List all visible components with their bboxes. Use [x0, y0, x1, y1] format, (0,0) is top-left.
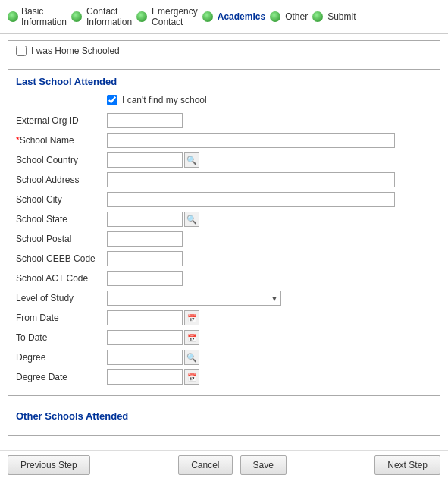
field-degree-date: Degree Date 📅 [16, 369, 432, 385]
label-school-address: School Address [16, 174, 107, 185]
center-buttons: Cancel Save [178, 455, 287, 475]
nav-label-basic: BasicInformation [21, 6, 67, 27]
field-school-postal: School Postal [16, 231, 432, 247]
label-school-state: School State [16, 214, 107, 225]
field-school-address: School Address [16, 172, 432, 187]
input-school-act[interactable] [107, 271, 183, 286]
nav-dot-sep3 [202, 11, 213, 22]
next-step-button[interactable]: Next Step [374, 455, 440, 475]
field-from-date: From Date 📅 [16, 310, 432, 325]
school-country-search-button[interactable]: 🔍 [184, 152, 199, 168]
input-school-address[interactable] [107, 172, 395, 187]
search-icon-degree: 🔍 [186, 353, 197, 363]
label-school-postal: School Postal [16, 234, 107, 244]
field-level-study: Level of Study ▼ [16, 291, 432, 306]
bottom-bar: Previous Step Cancel Save Next Step [0, 450, 448, 479]
nav-contact[interactable]: ContactInformation [86, 6, 132, 27]
input-school-state[interactable] [107, 212, 183, 227]
input-school-name[interactable] [107, 133, 395, 148]
other-schools-title: Other Schools Attended [16, 410, 432, 422]
nav-basic[interactable]: BasicInformation [8, 6, 67, 27]
main-content: I was Home Schooled Last School Attended… [0, 34, 448, 450]
label-degree: Degree [16, 352, 107, 363]
degree-search-button[interactable]: 🔍 [184, 350, 199, 365]
to-date-wrapper: 📅 [107, 330, 199, 345]
field-ext-org-id: External Org ID [16, 113, 432, 128]
other-schools-section: Other Schools Attended [8, 404, 440, 436]
label-school-city: School City [16, 194, 107, 205]
search-icon-state: 🔍 [186, 215, 197, 225]
degree-date-calendar-button[interactable]: 📅 [184, 369, 199, 385]
home-school-checkbox[interactable] [16, 46, 27, 56]
field-school-city: School City [16, 192, 432, 207]
nav-dot-basic [8, 11, 18, 22]
cant-find-checkbox[interactable] [107, 95, 117, 105]
field-school-state: School State 🔍 [16, 212, 432, 227]
field-degree: Degree 🔍 [16, 350, 432, 365]
input-degree-date[interactable] [107, 369, 183, 385]
degree-date-wrapper: 📅 [107, 369, 199, 385]
label-degree-date: Degree Date [16, 372, 107, 382]
search-icon: 🔍 [186, 156, 197, 165]
from-date-calendar-button[interactable]: 📅 [184, 310, 199, 325]
calendar-icon-degree: 📅 [187, 373, 196, 382]
save-button[interactable]: Save [240, 455, 287, 475]
cancel-button[interactable]: Cancel [178, 455, 232, 475]
top-nav: BasicInformation ContactInformation Emer… [0, 0, 448, 34]
input-school-ceeb[interactable] [107, 251, 183, 266]
input-to-date[interactable] [107, 330, 183, 345]
nav-label-submit: Submit [327, 11, 356, 22]
nav-dot-sep1 [71, 11, 82, 22]
home-school-label: I was Home Schooled [31, 46, 120, 56]
label-to-date: To Date [16, 332, 107, 343]
label-school-act: School ACT Code [16, 273, 107, 284]
prev-step-button[interactable]: Previous Step [8, 455, 90, 475]
nav-label-other: Other [285, 11, 308, 22]
label-level-study: Level of Study [16, 293, 107, 303]
input-degree[interactable] [107, 350, 183, 365]
cant-find-label: I can't find my school [122, 95, 207, 105]
nav-dot-sep5 [312, 11, 323, 22]
nav-label-academics: Academics [218, 11, 265, 22]
input-school-city[interactable] [107, 192, 395, 207]
label-school-ceeb: School CEEB Code [16, 253, 107, 264]
label-school-country: School Country [16, 155, 107, 165]
input-school-postal[interactable] [107, 231, 183, 247]
last-school-title: Last School Attended [16, 76, 432, 87]
nav-emergency[interactable]: EmergencyContact [152, 6, 198, 27]
level-study-wrapper: ▼ [107, 291, 281, 306]
label-from-date: From Date [16, 313, 107, 323]
cant-find-row: I can't find my school [16, 95, 432, 105]
last-school-section: Last School Attended I can't find my sch… [8, 69, 440, 396]
field-school-name: School Name [16, 133, 432, 148]
label-ext-org-id: External Org ID [16, 115, 107, 126]
nav-academics[interactable]: Academics [218, 11, 265, 22]
input-school-country[interactable] [107, 152, 183, 168]
nav-dot-sep4 [270, 11, 280, 22]
from-date-wrapper: 📅 [107, 310, 199, 325]
nav-submit[interactable]: Submit [327, 11, 356, 22]
nav-dot-sep2 [136, 11, 147, 22]
school-state-search-button[interactable]: 🔍 [184, 212, 199, 227]
calendar-icon-from: 📅 [187, 314, 196, 322]
nav-label-contact: ContactInformation [86, 6, 132, 27]
calendar-icon-to: 📅 [187, 334, 196, 342]
select-level-study[interactable] [107, 291, 281, 306]
degree-wrapper: 🔍 [107, 350, 199, 365]
home-school-section: I was Home Schooled [8, 40, 440, 61]
field-to-date: To Date 📅 [16, 330, 432, 345]
input-from-date[interactable] [107, 310, 183, 325]
to-date-calendar-button[interactable]: 📅 [184, 330, 199, 345]
school-state-wrapper: 🔍 [107, 212, 199, 227]
label-school-name: School Name [16, 135, 107, 146]
input-ext-org-id[interactable] [107, 113, 183, 128]
field-school-ceeb: School CEEB Code [16, 251, 432, 266]
school-country-wrapper: 🔍 [107, 152, 199, 168]
field-school-country: School Country 🔍 [16, 152, 432, 168]
nav-other[interactable]: Other [285, 11, 308, 22]
nav-label-emergency: EmergencyContact [152, 6, 198, 27]
field-school-act: School ACT Code [16, 271, 432, 286]
